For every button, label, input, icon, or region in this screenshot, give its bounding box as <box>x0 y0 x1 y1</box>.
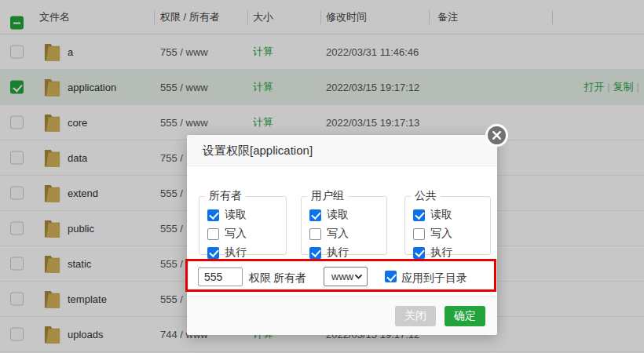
checkbox-label: 写入 <box>327 227 349 241</box>
write-checkbox[interactable] <box>413 228 425 240</box>
close-button[interactable]: 关闭 <box>395 306 436 326</box>
close-icon[interactable] <box>485 124 508 147</box>
checkbox-label: 写入 <box>430 227 452 241</box>
apply-to-subdir-checkbox[interactable] <box>385 271 397 282</box>
owner-select-value: www <box>331 271 353 282</box>
execute-checkbox[interactable] <box>309 247 321 259</box>
confirm-button[interactable]: 确定 <box>445 306 485 326</box>
usergroup-permission-group: 用户组 读取 写入 执行 <box>301 189 387 255</box>
read-checkbox[interactable] <box>309 209 321 221</box>
dialog-header: 设置权限[application] <box>187 135 497 166</box>
owner-select[interactable]: www <box>324 267 368 286</box>
group-legend: 所有者 <box>205 189 246 203</box>
dialog-title: 设置权限[application] <box>203 135 313 166</box>
read-checkbox[interactable] <box>207 209 219 221</box>
checkbox-label: 读取 <box>430 208 452 222</box>
apply-to-subdir-label: 应用到子目录 <box>401 271 467 286</box>
checkbox-label: 读取 <box>225 208 247 222</box>
permission-value-input[interactable] <box>198 267 243 286</box>
checkbox-label: 读取 <box>327 208 349 222</box>
write-checkbox[interactable] <box>309 228 321 240</box>
chevron-down-icon <box>355 275 362 279</box>
write-checkbox[interactable] <box>207 228 219 240</box>
group-legend: 公共 <box>411 189 441 203</box>
checkbox-label: 写入 <box>225 227 247 241</box>
owner-label: 所有者 <box>273 271 306 286</box>
owner-permission-group: 所有者 读取 写入 执行 <box>199 189 287 255</box>
set-permission-dialog: 设置权限[application] 所有者 读取 写入 执行 用户组 读取 写入… <box>187 135 497 335</box>
file-manager-page: 文件名 权限 / 所有者 大小 修改时间 备注 a 755 / www 计算 2… <box>0 0 644 353</box>
public-permission-group: 公共 读取 写入 执行 <box>404 189 491 255</box>
checkbox-label: 执行 <box>327 246 349 260</box>
read-checkbox[interactable] <box>413 209 425 221</box>
execute-checkbox[interactable] <box>413 247 425 259</box>
execute-checkbox[interactable] <box>207 247 219 259</box>
checkbox-label: 执行 <box>225 246 247 260</box>
group-legend: 用户组 <box>307 189 348 203</box>
checkbox-label: 执行 <box>430 246 452 260</box>
dialog-footer: 关闭 确定 <box>187 296 497 335</box>
